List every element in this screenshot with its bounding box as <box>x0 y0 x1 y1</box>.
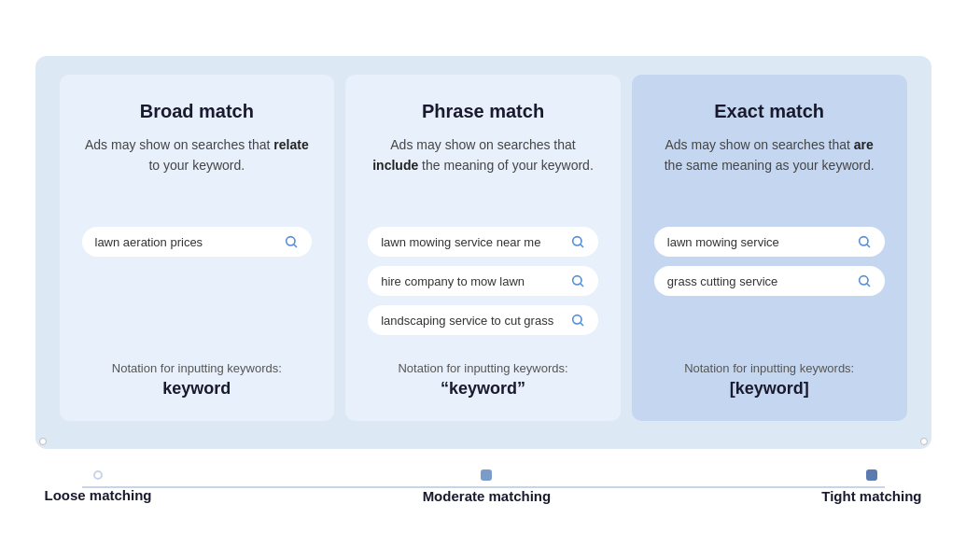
card-broad-desc: Ads may show on searches that relate to … <box>82 135 313 201</box>
timeline-item-1: Moderate matching <box>423 469 552 504</box>
outer-wrapper: Broad matchAds may show on searches that… <box>35 56 931 504</box>
notation-exact: Notation for inputting keywords:[keyword… <box>684 361 854 399</box>
svg-line-3 <box>581 245 583 247</box>
notation-broad: Notation for inputting keywords:keyword <box>112 361 282 399</box>
svg-point-4 <box>573 276 581 285</box>
svg-line-11 <box>867 284 870 287</box>
timeline-label-1: Moderate matching <box>423 488 552 504</box>
search-icon <box>570 234 585 249</box>
notation-value-broad: keyword <box>112 379 282 399</box>
card-exact-search-fields: lawn mowing servicegrass cutting service <box>654 227 885 335</box>
svg-point-10 <box>859 276 867 285</box>
timeline-item-0: Loose matching <box>45 470 152 503</box>
timeline-dot-2 <box>866 469 877 481</box>
timeline-section: Loose matchingModerate matchingTight mat… <box>35 469 931 504</box>
svg-point-0 <box>287 237 295 245</box>
search-icon <box>284 234 299 249</box>
card-broad-title: Broad match <box>140 101 254 122</box>
corner-dot-br <box>920 438 928 445</box>
notation-label-broad: Notation for inputting keywords: <box>112 361 282 375</box>
corner-dot-bl <box>39 438 47 445</box>
card-broad-search-fields: lawn aeration prices <box>82 227 313 335</box>
svg-line-5 <box>581 284 583 287</box>
card-exact-desc: Ads may show on searches that are the sa… <box>654 135 885 201</box>
search-text-exact-0: lawn mowing service <box>667 235 849 249</box>
search-bar-phrase-2[interactable]: landscaping service to cut grass <box>368 305 598 335</box>
notation-value-exact: [keyword] <box>684 379 854 399</box>
notation-value-phrase: “keyword” <box>398 379 567 399</box>
search-bar-exact-0[interactable]: lawn mowing service <box>654 227 885 257</box>
card-exact: Exact matchAds may show on searches that… <box>632 75 907 421</box>
search-bar-exact-1[interactable]: grass cutting service <box>654 266 885 296</box>
timeline-label-0: Loose matching <box>45 487 152 503</box>
svg-line-9 <box>867 245 870 247</box>
search-text-phrase-2: landscaping service to cut grass <box>381 314 563 328</box>
search-text-phrase-1: hire company to mow lawn <box>381 274 563 288</box>
card-phrase-desc: Ads may show on searches that include th… <box>368 135 598 201</box>
search-icon <box>570 313 585 328</box>
search-icon <box>857 273 872 288</box>
search-text-exact-1: grass cutting service <box>667 274 849 288</box>
search-bar-broad-0[interactable]: lawn aeration prices <box>82 227 313 257</box>
search-text-phrase-0: lawn mowing service near me <box>381 235 563 249</box>
cards-container: Broad matchAds may show on searches that… <box>35 56 931 449</box>
timeline-dot-0 <box>93 470 103 480</box>
svg-point-6 <box>573 315 581 324</box>
card-exact-title: Exact match <box>714 101 824 122</box>
svg-line-1 <box>294 245 297 247</box>
svg-point-8 <box>859 237 867 245</box>
card-phrase: Phrase matchAds may show on searches tha… <box>345 75 621 421</box>
svg-line-7 <box>581 323 583 326</box>
card-broad: Broad matchAds may show on searches that… <box>60 75 335 421</box>
search-text-broad-0: lawn aeration prices <box>95 235 277 249</box>
timeline-label-2: Tight matching <box>821 488 921 504</box>
notation-label-exact: Notation for inputting keywords: <box>684 361 854 375</box>
search-icon <box>857 234 872 249</box>
card-phrase-title: Phrase match <box>422 101 544 122</box>
search-icon <box>570 273 585 288</box>
timeline-dot-1 <box>481 469 492 481</box>
search-bar-phrase-1[interactable]: hire company to mow lawn <box>368 266 598 296</box>
search-bar-phrase-0[interactable]: lawn mowing service near me <box>368 227 598 257</box>
svg-point-2 <box>573 237 581 245</box>
card-phrase-search-fields: lawn mowing service near mehire company … <box>368 227 598 335</box>
timeline-item-2: Tight matching <box>821 469 921 504</box>
notation-label-phrase: Notation for inputting keywords: <box>398 361 567 375</box>
notation-phrase: Notation for inputting keywords:“keyword… <box>398 361 567 399</box>
timeline-items: Loose matchingModerate matchingTight mat… <box>45 469 922 504</box>
